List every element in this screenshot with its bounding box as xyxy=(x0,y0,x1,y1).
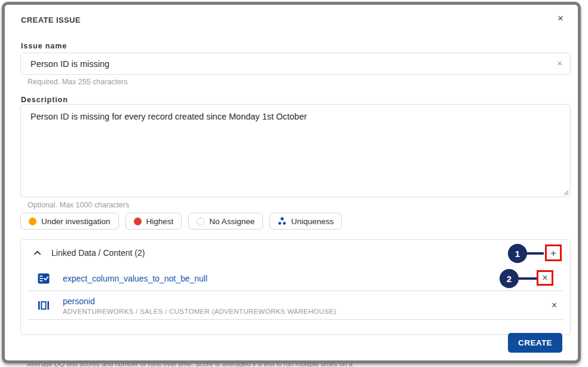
description-field-wrap: Person ID is missing for every record cr… xyxy=(20,104,571,197)
annotation-highlight-1: + xyxy=(545,244,562,261)
description-textarea[interactable]: Person ID is missing for every record cr… xyxy=(20,104,571,197)
create-button[interactable]: CREATE xyxy=(508,333,562,353)
page-background: Average DQ test scores and number of run… xyxy=(0,0,588,367)
chip-dimension-uniqueness[interactable]: Uniqueness xyxy=(270,213,342,230)
dialog-title: CREATE ISSUE xyxy=(21,16,81,25)
issue-name-label: Issue name xyxy=(21,42,67,50)
fact-check-icon xyxy=(38,273,50,285)
attribute-chips: Under investigation Highest No Assignee xyxy=(20,213,342,230)
status-dot-icon xyxy=(29,218,36,225)
add-linked-item-button[interactable]: + xyxy=(550,248,556,258)
remove-linked-item-icon[interactable]: × xyxy=(542,273,547,283)
chip-no-assignee[interactable]: No Assignee xyxy=(188,213,263,230)
dashed-circle-icon xyxy=(197,218,204,225)
chip-label: Highest xyxy=(146,217,174,226)
linked-item-test: expect_column_values_to_not_be_null 2 × xyxy=(21,266,570,291)
annotation-connector-2 xyxy=(516,277,538,280)
issue-name-field-wrap: × xyxy=(20,53,571,75)
linked-item-column: personid ADVENTUREWORKS / SALES / CUSTOM… xyxy=(21,291,570,320)
clear-input-icon[interactable]: × xyxy=(557,58,562,68)
linked-column-path: ADVENTUREWORKS / SALES / CUSTOMER (ADVEN… xyxy=(63,308,336,315)
resize-handle-icon[interactable] xyxy=(562,188,569,195)
chip-status-under-investigation[interactable]: Under investigation xyxy=(20,213,119,230)
annotation-badge-2: 2 xyxy=(500,269,519,288)
linked-data-header: Linked Data / Content (2) 1 + xyxy=(21,240,570,266)
remove-linked-item-icon[interactable]: × xyxy=(552,301,557,310)
annotation-badge-1: 1 xyxy=(508,244,527,263)
chevron-up-icon[interactable] xyxy=(33,249,42,258)
issue-name-helper: Required. Max 255 characters xyxy=(27,78,127,86)
linked-data-title: Linked Data / Content (2) xyxy=(51,248,145,258)
chip-label: Under investigation xyxy=(41,217,111,226)
divider xyxy=(28,319,563,320)
issue-name-input[interactable] xyxy=(20,53,571,75)
chip-label: No Assignee xyxy=(209,217,255,226)
annotation-highlight-2: × xyxy=(537,270,553,286)
create-issue-dialog: CREATE ISSUE × Issue name × Required. Ma… xyxy=(2,2,581,363)
linked-column-link[interactable]: personid xyxy=(63,296,336,306)
cluster-icon xyxy=(278,217,286,225)
column-icon xyxy=(38,299,50,311)
priority-dot-icon xyxy=(134,218,142,225)
close-icon[interactable]: × xyxy=(558,13,564,23)
chip-label: Uniqueness xyxy=(291,217,333,226)
linked-data-section: Linked Data / Content (2) 1 + xyxy=(20,239,571,335)
description-helper: Optional. Max 1000 characters xyxy=(27,201,129,209)
annotation-connector-1 xyxy=(525,252,544,255)
linked-test-link[interactable]: expect_column_values_to_not_be_null xyxy=(63,274,207,283)
description-label: Description xyxy=(21,96,68,104)
chip-priority-highest[interactable]: Highest xyxy=(125,213,182,230)
